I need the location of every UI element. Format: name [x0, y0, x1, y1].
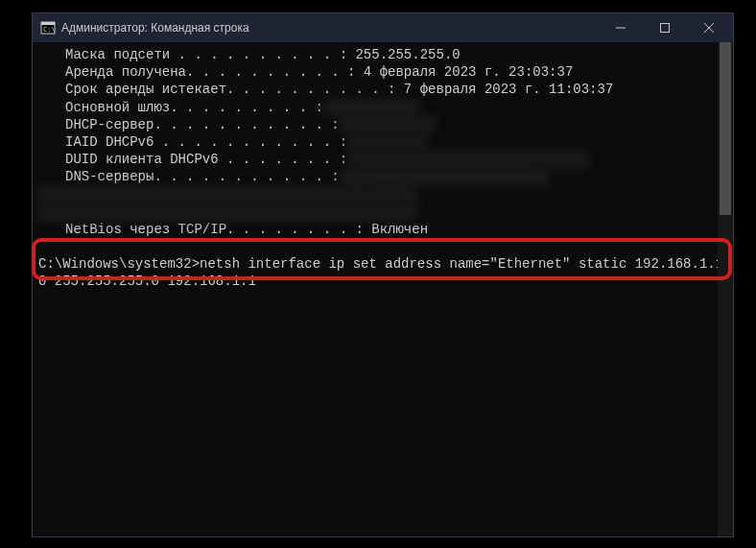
terminal-output[interactable]: Маска подсети . . . . . . . . . . : 255.… — [33, 42, 733, 536]
output-line: Аренда получена. . . . . . . . . . : 4 ф… — [38, 63, 727, 81]
screenshot-frame: C:\ Администратор: Командная строка — [0, 0, 756, 548]
output-line: DUID клиента DHCPv6 . . . . . . . : 00-0… — [38, 151, 727, 168]
output-line: 192.168.0.1 — [38, 203, 727, 221]
output-line: DNS-серверы. . . . . . . . . . . : fe80:… — [38, 168, 727, 185]
cmd-window: C:\ Администратор: Командная строка — [32, 12, 734, 537]
command-prompt-line: C:\Windows\system32>netsh interface ip s… — [38, 255, 727, 290]
titlebar[interactable]: C:\ Администратор: Командная строка — [33, 13, 733, 42]
output-line: DHCP-сервер. . . . . . . . . . . : 192.1… — [38, 116, 727, 133]
cmd-icon: C:\ — [40, 20, 56, 36]
scrollbar[interactable] — [718, 42, 733, 536]
output-line: Срок аренды истекает. . . . . . . . . . … — [38, 81, 727, 98]
output-line: Маска подсети . . . . . . . . . . : 255.… — [38, 46, 727, 63]
scrollbar-thumb[interactable] — [720, 42, 731, 215]
maximize-button[interactable] — [643, 13, 687, 42]
prompt-path: C:\Windows\system32> — [38, 256, 200, 272]
minimize-button[interactable] — [599, 13, 643, 42]
svg-text:C:\: C:\ — [43, 26, 56, 34]
output-line: 192.168.0.1 — [38, 186, 727, 203]
output-line: NetBios через TCP/IP. . . . . . . . : Вк… — [38, 221, 727, 238]
window-controls — [599, 13, 731, 42]
svg-rect-4 — [661, 24, 670, 33]
svg-rect-1 — [41, 22, 55, 25]
output-line: Основной шлюз. . . . . . . . . : 192.168… — [38, 99, 727, 116]
window-title: Администратор: Командная строка — [61, 21, 599, 35]
close-button[interactable] — [687, 13, 731, 42]
output-line: IAID DHCPv6 . . . . . . . . . . . : 1234… — [38, 133, 727, 151]
